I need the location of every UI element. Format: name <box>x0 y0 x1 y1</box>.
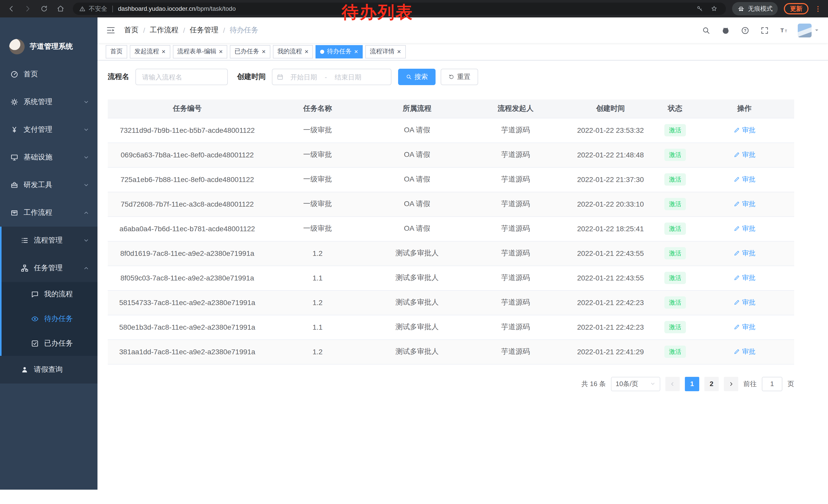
sidebar-item-devtools[interactable]: 研发工具 <box>0 171 97 199</box>
cell-process: OA 请假 <box>368 167 466 192</box>
tab-done-tasks[interactable]: 已办任务 × <box>230 45 270 58</box>
pencil-icon <box>733 176 740 183</box>
app-logo[interactable]: 芋道管理系统 <box>0 17 97 60</box>
fullscreen-button[interactable] <box>759 25 770 36</box>
cell-process: OA 请假 <box>368 216 466 241</box>
sidebar-item-my-processes[interactable]: 我的流程 <box>0 282 97 307</box>
approve-link[interactable]: 审批 <box>733 175 755 184</box>
approve-link[interactable]: 审批 <box>733 249 755 258</box>
github-link-button[interactable] <box>720 25 731 36</box>
tab-start-process[interactable]: 发起流程 × <box>130 45 170 58</box>
cell-actions: 审批 <box>695 266 794 290</box>
sidebar-item-todo-tasks[interactable]: 待办任务 <box>0 307 97 331</box>
start-date-input[interactable] <box>284 73 324 81</box>
cell-task-name: 1.2 <box>267 339 368 364</box>
breadcrumb-item-home[interactable]: 首页 <box>124 26 138 35</box>
table-row: 069c6a63-7b8a-11ec-8ef0-acde48001122 一级审… <box>108 142 794 167</box>
sidebar-item-system[interactable]: 系统管理 <box>0 88 97 116</box>
sidebar-item-done-tasks[interactable]: 已办任务 <box>0 331 97 356</box>
sidebar-item-leave-query[interactable]: 请假查询 <box>0 356 97 383</box>
cell-process: OA 请假 <box>368 142 466 167</box>
tab-process-detail[interactable]: 流程详情 × <box>365 45 406 58</box>
passwords-key-button[interactable] <box>694 3 705 14</box>
sidebar-item-task-management[interactable]: 任务管理 <box>0 254 97 282</box>
close-icon[interactable]: × <box>262 48 265 55</box>
cell-status: 激活 <box>656 266 695 290</box>
help-button[interactable]: ? <box>739 25 750 36</box>
sidebar-item-process-management[interactable]: 流程管理 <box>0 227 97 254</box>
pencil-icon <box>733 225 740 232</box>
cell-status: 激活 <box>656 192 695 216</box>
browser-forward-button[interactable] <box>22 3 34 15</box>
close-icon[interactable]: × <box>305 48 308 55</box>
cell-task-id: 725a1eb6-7b88-11ec-8ef0-acde48001122 <box>108 167 267 192</box>
page-size-select[interactable]: 10条/页 <box>611 377 660 391</box>
page-button-1[interactable]: 1 <box>685 377 699 391</box>
approve-link[interactable]: 审批 <box>733 199 755 209</box>
close-icon[interactable]: × <box>162 48 165 55</box>
sidebar-collapse-button[interactable] <box>106 25 116 35</box>
cell-actions: 审批 <box>695 216 794 241</box>
breadcrumb-separator: / <box>223 26 225 34</box>
user-menu-button[interactable] <box>798 23 820 37</box>
create-time-label: 创建时间 <box>237 72 266 82</box>
cell-starter: 芋道源码 <box>466 290 565 315</box>
browser-back-button[interactable] <box>5 3 17 15</box>
approve-link[interactable]: 审批 <box>733 322 755 332</box>
sidebar: 芋道管理系统 首页 系统管理 支付管理 基础设施 <box>0 17 97 490</box>
incognito-label: 无痕模式 <box>748 4 773 13</box>
end-date-input[interactable] <box>328 73 368 81</box>
sidebar-item-payment[interactable]: 支付管理 <box>0 116 97 144</box>
next-page-button[interactable] <box>724 377 738 391</box>
tab-form-edit[interactable]: 流程表单-编辑 × <box>173 45 227 58</box>
table-row: 580e1b3d-7ac8-11ec-a9e2-a2380e71991a 1.1… <box>108 315 794 339</box>
cell-task-name: 一级审批 <box>267 142 368 167</box>
approve-link[interactable]: 审批 <box>733 126 755 135</box>
cell-process: 测试多审批人 <box>368 266 466 290</box>
close-icon[interactable]: × <box>354 48 358 55</box>
list-icon <box>20 236 29 244</box>
browser-menu-button[interactable] <box>813 3 823 15</box>
browser-home-button[interactable] <box>54 3 67 15</box>
page-button-2[interactable]: 2 <box>704 377 719 391</box>
prev-page-button[interactable] <box>665 377 680 391</box>
approve-link[interactable]: 审批 <box>733 273 755 282</box>
column-status: 状态 <box>656 99 695 118</box>
breadcrumb-item-task-management[interactable]: 任务管理 <box>190 26 218 35</box>
browser-reload-button[interactable] <box>38 3 50 15</box>
cell-task-name: 1.2 <box>267 241 368 266</box>
approve-link[interactable]: 审批 <box>733 298 755 307</box>
cell-task-id: 580e1b3d-7ac8-11ec-a9e2-a2380e71991a <box>108 315 267 339</box>
approve-link[interactable]: 审批 <box>733 224 755 233</box>
browser-update-button[interactable]: 更新 <box>784 3 809 14</box>
process-name-input[interactable] <box>135 69 228 85</box>
cell-task-name: 1.1 <box>267 315 368 339</box>
goto-page-input[interactable] <box>762 377 782 391</box>
check-square-icon <box>31 339 39 348</box>
breadcrumb-item-workflow[interactable]: 工作流程 <box>150 26 178 35</box>
tab-todo-tasks[interactable]: 待办任务 × <box>316 45 363 58</box>
date-range-picker[interactable]: - <box>272 69 391 85</box>
incognito-icon <box>737 5 745 12</box>
table-header-row: 任务编号 任务名称 所属流程 流程发起人 创建时间 状态 操作 <box>108 99 794 118</box>
reset-button[interactable]: 重置 <box>441 69 478 85</box>
tab-home[interactable]: 首页 <box>106 45 127 58</box>
sidebar-item-infrastructure[interactable]: 基础设施 <box>0 144 97 171</box>
url-domain: dashboard.yudao.iocoder.cn <box>118 5 196 12</box>
font-size-button[interactable]: TT <box>778 25 790 36</box>
status-badge: 激活 <box>664 149 686 161</box>
close-icon[interactable]: × <box>219 48 223 55</box>
approve-link[interactable]: 审批 <box>733 150 755 159</box>
table-row: 8f0d1619-7ac8-11ec-a9e2-a2380e71991a 1.2… <box>108 241 794 266</box>
sidebar-item-home[interactable]: 首页 <box>0 60 97 88</box>
search-button[interactable]: 搜索 <box>398 69 436 85</box>
tab-my-processes[interactable]: 我的流程 × <box>273 45 313 58</box>
header-search-button[interactable] <box>700 25 711 36</box>
bookmark-star-button[interactable] <box>708 3 720 14</box>
sidebar-item-workflow[interactable]: 工作流程 <box>0 199 97 227</box>
cell-status: 激活 <box>656 216 695 241</box>
search-form: 流程名 创建时间 - 搜索 重置 <box>108 69 794 85</box>
pencil-icon <box>733 275 740 281</box>
approve-link[interactable]: 审批 <box>733 347 755 356</box>
close-icon[interactable]: × <box>397 48 401 55</box>
